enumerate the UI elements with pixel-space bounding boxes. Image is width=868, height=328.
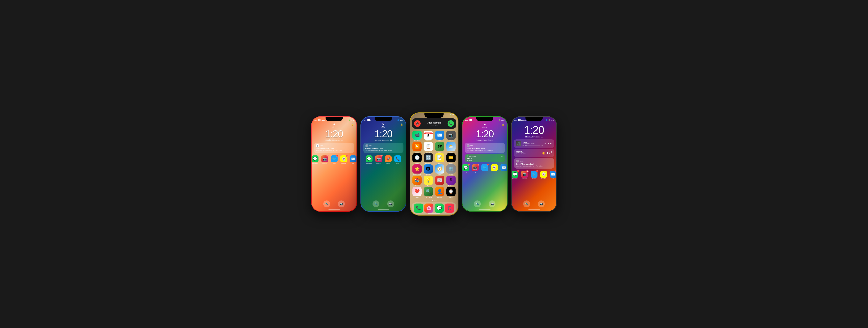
app-findphone[interactable]: 🔍 Find iPhone (423, 187, 433, 198)
app-skype-2[interactable]: 📞 Skype (394, 155, 401, 164)
notif-card-5[interactable]: 🤖 SIRI Good Afternoon, Josh You have a p… (514, 158, 554, 169)
app-watch[interactable]: ⌚ Watch (446, 187, 456, 198)
app-snapchat-4[interactable]: 👻 Snapchat (491, 164, 498, 173)
instagram-icon-1[interactable]: 📷 12 (321, 155, 328, 162)
messages-icon-4[interactable]: 💬 2 (462, 164, 469, 171)
app-news[interactable]: 📰 News (435, 176, 445, 187)
app-mail-1[interactable]: ✉️ Mail (350, 155, 356, 164)
app-itunes[interactable]: ⭐ iTunes Store (412, 164, 422, 175)
decline-button[interactable]: 📵 (414, 120, 421, 127)
wallet-icon[interactable]: 💳 (446, 153, 456, 162)
twitter-icon-5[interactable]: 🐦 3 (531, 171, 537, 178)
app-clock[interactable]: 🕐 Clock (412, 153, 422, 164)
messages-icon-1[interactable]: 💬 (312, 155, 318, 162)
app-wallet[interactable]: 💳 Wallet (446, 153, 456, 164)
app-ibooks[interactable]: 📚 iBooks (412, 176, 422, 187)
dock-phone[interactable]: 📞 (413, 203, 424, 213)
notes-icon[interactable]: 📝 (435, 153, 444, 162)
app-safari[interactable]: 🧭 Safari (435, 164, 445, 175)
notif-card-2[interactable]: 🤖 SIRI Good Afternoon, Josh You have a p… (363, 143, 403, 153)
dock-photos[interactable]: 🌸 (424, 203, 434, 213)
prev-btn-5[interactable]: ⏮ (544, 143, 546, 145)
mail-icon-1[interactable]: ✉️ (350, 155, 356, 162)
flashlight-btn-2[interactable]: 🔦 (373, 200, 379, 207)
camera-btn-2[interactable]: 📷 (387, 200, 394, 207)
app-reminders[interactable]: 📋 Reminders (423, 142, 433, 153)
snapchat-icon-4[interactable]: 👻 (491, 164, 498, 171)
skype-icon-2[interactable]: 📞 (394, 155, 401, 162)
health-icon[interactable]: ❤️ (412, 187, 422, 196)
dock-messages-icon[interactable]: 💬 (435, 203, 444, 213)
app-messages-2[interactable]: 💬 Messages (366, 155, 373, 164)
app-twitter-1[interactable]: 🐦 2 Twitter (331, 155, 338, 164)
watch-icon[interactable]: ⌚ (446, 187, 456, 196)
app-messages-5[interactable]: 💬 2 Messages (512, 171, 518, 179)
app-health[interactable]: ❤️ Health (412, 187, 422, 198)
ibooks-icon[interactable]: 📚 (412, 176, 422, 185)
videos-icon[interactable]: ▶️ (412, 142, 422, 151)
messages-icon-5[interactable]: 💬 2 (512, 171, 518, 178)
app-facetime[interactable]: 📹 Facetime (412, 131, 422, 141)
app-tips[interactable]: 💡 Tips (423, 176, 433, 187)
weather-widget-5[interactable]: Moscow Mostly Sunny Chance of Rain: 0% 1… (514, 149, 554, 157)
news-icon[interactable]: 📰 (435, 176, 444, 185)
play-btn-5[interactable]: ⏸ (547, 143, 549, 145)
instagram-icon-5[interactable]: 📷 12 (521, 171, 528, 178)
app-mail-4[interactable]: ✉️ Mail (500, 164, 507, 173)
facetime-icon[interactable]: 📹 (412, 131, 422, 140)
snapchat-icon-5[interactable]: 👻 (540, 171, 547, 178)
notif-card-4[interactable]: 🤖 SIRI Good Afternoon, Josh You have a p… (465, 143, 505, 153)
app-twitter-4[interactable]: 🐦 3 Twitter (482, 164, 488, 173)
app-messages-1[interactable]: 💬 Messages (312, 155, 318, 164)
app-appstore[interactable]: 🅐 App Store (423, 164, 433, 175)
app-instagram-2[interactable]: 📷 12 Instagram (375, 155, 382, 164)
flashlight-btn-4[interactable]: 🔦 (474, 200, 481, 207)
calculator-icon[interactable]: 🔢 (424, 153, 433, 162)
app-notes[interactable]: 📝 Notes (435, 153, 445, 164)
app-weather[interactable]: ⛅ Weather (446, 142, 456, 153)
clock-icon-3[interactable]: 🕐 (412, 153, 422, 162)
next-btn-5[interactable]: ⏭ (550, 143, 552, 145)
app-instagram-5[interactable]: 📷 12 Instagram (521, 171, 528, 179)
instagram-icon-4[interactable]: 📷 12 (472, 164, 479, 171)
dock-music-icon[interactable]: 🎵 (445, 203, 454, 213)
accept-button[interactable]: 📞 (447, 120, 454, 127)
appstore-icon[interactable]: 🅐 (424, 164, 433, 173)
app-instagram-1[interactable]: 📷 12 Instagram (321, 155, 328, 164)
app-contacts[interactable]: 👤 Contacts (435, 187, 445, 198)
app-snapchat-1[interactable]: 👻 4 Snapchat (340, 155, 347, 164)
instagram-icon-2[interactable]: 📷 12 (375, 155, 382, 162)
tips-icon[interactable]: 💡 (424, 176, 433, 185)
dock-phone-icon[interactable]: 📞 (414, 203, 423, 213)
findphone-icon[interactable]: 🔍 (424, 187, 433, 196)
maps-icon[interactable]: 🗺 (435, 142, 444, 151)
incoming-call-banner[interactable]: 📵 Jack Roman Incoming call 📞 (412, 119, 456, 129)
podcasts-icon[interactable]: 🎙 (446, 176, 456, 185)
notif-card-1[interactable]: 🤖 SIRI Good Afternoon, Josh You have a p… (314, 143, 354, 153)
app-videos[interactable]: ▶️ Videos (412, 142, 422, 153)
dock-photos-icon[interactable]: 🌸 (424, 203, 433, 213)
settings-icon[interactable]: ⚙️ (446, 164, 456, 173)
itunes-icon[interactable]: ⭐ (412, 164, 422, 173)
twitter-icon-1[interactable]: 🐦 2 (331, 155, 338, 162)
mail-icon-4[interactable]: ✉️ (500, 164, 507, 171)
camera-btn-1[interactable]: 📷 (338, 200, 345, 207)
app-settings[interactable]: ⚙️ Settings (446, 164, 456, 175)
camera-btn-4[interactable]: 📷 (489, 200, 495, 207)
mail-icon-3[interactable]: ✉️ (435, 131, 444, 140)
app-calendar[interactable]: Monday 5 Calendar (423, 131, 433, 141)
app-snapchat-5[interactable]: 👻 Snapchat (540, 171, 547, 179)
flashlight-btn-1[interactable]: 🔦 (323, 200, 330, 207)
app-instagram-4[interactable]: 📷 12 Instagram (472, 164, 479, 173)
calendar-icon[interactable]: Monday 5 (424, 131, 433, 140)
weather-icon-3[interactable]: ⛅ (446, 142, 456, 151)
app-camera[interactable]: 📷 Camera (446, 131, 456, 141)
music-widget-5[interactable]: 🎵 Divide Ed Sheeran - Divide 0:06 -2:59 (514, 139, 554, 148)
messages-notif-4[interactable]: MESSAGES now Alex B (465, 154, 505, 162)
dock-music[interactable]: 🎵 (444, 203, 455, 213)
camera-icon-3[interactable]: 📷 (446, 131, 456, 140)
app-twitter-5[interactable]: 🐦 3 Twitter (531, 171, 537, 179)
flashlight-btn-5[interactable]: 🔦 (523, 200, 530, 207)
messages-icon-2[interactable]: 💬 (366, 155, 373, 162)
app-maps[interactable]: 🗺 Maps (435, 142, 445, 153)
